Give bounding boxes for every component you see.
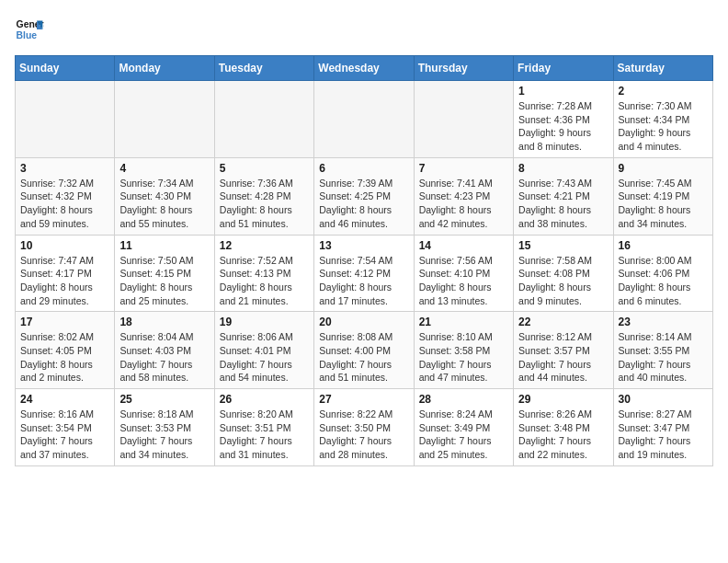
calendar-cell bbox=[314, 81, 414, 158]
calendar-week-4: 17Sunrise: 8:02 AMSunset: 4:05 PMDayligh… bbox=[16, 312, 713, 389]
day-info: Sunrise: 8:22 AMSunset: 3:50 PMDaylight:… bbox=[319, 408, 408, 462]
day-info: Sunrise: 8:26 AMSunset: 3:48 PMDaylight:… bbox=[518, 408, 608, 462]
calendar-cell: 20Sunrise: 8:08 AMSunset: 4:00 PMDayligh… bbox=[314, 312, 414, 389]
day-number: 14 bbox=[419, 239, 508, 252]
logo-icon: General Blue bbox=[15, 15, 44, 44]
day-number: 8 bbox=[518, 162, 608, 175]
day-number: 1 bbox=[518, 85, 608, 98]
calendar-cell: 16Sunrise: 8:00 AMSunset: 4:06 PMDayligh… bbox=[613, 235, 712, 312]
day-number: 22 bbox=[518, 316, 608, 328]
day-info: Sunrise: 8:04 AMSunset: 4:03 PMDaylight:… bbox=[119, 330, 209, 385]
calendar-week-2: 3Sunrise: 7:32 AMSunset: 4:32 PMDaylight… bbox=[16, 157, 713, 235]
weekday-header-friday: Friday bbox=[514, 56, 613, 81]
calendar-cell: 2Sunrise: 7:30 AMSunset: 4:34 PMDaylight… bbox=[613, 81, 712, 158]
calendar-cell: 7Sunrise: 7:41 AMSunset: 4:23 PMDaylight… bbox=[414, 157, 513, 235]
logo: General Blue bbox=[15, 15, 48, 44]
day-info: Sunrise: 8:10 AMSunset: 3:58 PMDaylight:… bbox=[419, 330, 508, 385]
day-number: 25 bbox=[119, 393, 209, 406]
day-number: 26 bbox=[220, 393, 309, 406]
day-number: 15 bbox=[518, 239, 608, 252]
calendar-cell: 11Sunrise: 7:50 AMSunset: 4:15 PMDayligh… bbox=[115, 235, 214, 312]
weekday-header-tuesday: Tuesday bbox=[214, 56, 313, 81]
calendar-cell: 10Sunrise: 7:47 AMSunset: 4:17 PMDayligh… bbox=[16, 235, 115, 312]
calendar-week-3: 10Sunrise: 7:47 AMSunset: 4:17 PMDayligh… bbox=[16, 235, 713, 312]
calendar-cell: 22Sunrise: 8:12 AMSunset: 3:57 PMDayligh… bbox=[514, 312, 613, 389]
day-number: 12 bbox=[220, 239, 309, 252]
day-number: 21 bbox=[419, 316, 508, 328]
day-info: Sunrise: 8:14 AMSunset: 3:55 PMDaylight:… bbox=[619, 330, 708, 385]
calendar-cell: 27Sunrise: 8:22 AMSunset: 3:50 PMDayligh… bbox=[314, 389, 414, 466]
day-number: 23 bbox=[619, 316, 708, 328]
day-number: 9 bbox=[619, 162, 708, 175]
day-number: 3 bbox=[20, 162, 109, 175]
weekday-header-monday: Monday bbox=[115, 56, 214, 81]
day-number: 20 bbox=[319, 316, 408, 328]
calendar-cell: 17Sunrise: 8:02 AMSunset: 4:05 PMDayligh… bbox=[16, 312, 115, 389]
day-number: 5 bbox=[220, 162, 309, 175]
day-info: Sunrise: 8:06 AMSunset: 4:01 PMDaylight:… bbox=[220, 330, 309, 385]
weekday-header-saturday: Saturday bbox=[613, 56, 712, 81]
day-info: Sunrise: 7:32 AMSunset: 4:32 PMDaylight:… bbox=[20, 177, 109, 231]
day-info: Sunrise: 7:50 AMSunset: 4:15 PMDaylight:… bbox=[119, 254, 209, 308]
day-number: 6 bbox=[319, 162, 408, 175]
day-info: Sunrise: 7:54 AMSunset: 4:12 PMDaylight:… bbox=[319, 254, 408, 308]
weekday-header-row: SundayMondayTuesdayWednesdayThursdayFrid… bbox=[16, 56, 713, 81]
day-info: Sunrise: 8:20 AMSunset: 3:51 PMDaylight:… bbox=[220, 408, 309, 462]
day-number: 13 bbox=[319, 239, 408, 252]
day-info: Sunrise: 7:56 AMSunset: 4:10 PMDaylight:… bbox=[419, 254, 508, 308]
day-info: Sunrise: 8:00 AMSunset: 4:06 PMDaylight:… bbox=[619, 254, 708, 308]
calendar-cell: 18Sunrise: 8:04 AMSunset: 4:03 PMDayligh… bbox=[115, 312, 214, 389]
day-info: Sunrise: 8:08 AMSunset: 4:00 PMDaylight:… bbox=[319, 330, 408, 385]
day-info: Sunrise: 7:47 AMSunset: 4:17 PMDaylight:… bbox=[20, 254, 109, 308]
calendar-cell: 25Sunrise: 8:18 AMSunset: 3:53 PMDayligh… bbox=[115, 389, 214, 466]
weekday-header-wednesday: Wednesday bbox=[314, 56, 414, 81]
calendar-cell: 28Sunrise: 8:24 AMSunset: 3:49 PMDayligh… bbox=[414, 389, 513, 466]
day-number: 27 bbox=[319, 393, 408, 406]
day-number: 28 bbox=[419, 393, 508, 406]
day-info: Sunrise: 8:12 AMSunset: 3:57 PMDaylight:… bbox=[518, 330, 608, 385]
day-number: 19 bbox=[220, 316, 309, 328]
calendar-cell bbox=[115, 81, 214, 158]
calendar-cell: 21Sunrise: 8:10 AMSunset: 3:58 PMDayligh… bbox=[414, 312, 513, 389]
day-number: 4 bbox=[119, 162, 209, 175]
day-number: 16 bbox=[619, 239, 708, 252]
calendar-cell: 26Sunrise: 8:20 AMSunset: 3:51 PMDayligh… bbox=[214, 389, 313, 466]
calendar: SundayMondayTuesdayWednesdayThursdayFrid… bbox=[15, 55, 713, 466]
day-number: 18 bbox=[119, 316, 209, 328]
day-info: Sunrise: 8:02 AMSunset: 4:05 PMDaylight:… bbox=[20, 330, 109, 385]
day-info: Sunrise: 8:18 AMSunset: 3:53 PMDaylight:… bbox=[119, 408, 209, 462]
day-info: Sunrise: 7:39 AMSunset: 4:25 PMDaylight:… bbox=[319, 177, 408, 231]
day-info: Sunrise: 7:41 AMSunset: 4:23 PMDaylight:… bbox=[419, 177, 508, 231]
calendar-cell: 5Sunrise: 7:36 AMSunset: 4:28 PMDaylight… bbox=[214, 157, 313, 235]
calendar-week-1: 1Sunrise: 7:28 AMSunset: 4:36 PMDaylight… bbox=[16, 81, 713, 158]
day-info: Sunrise: 8:27 AMSunset: 3:47 PMDaylight:… bbox=[619, 408, 708, 462]
calendar-cell: 1Sunrise: 7:28 AMSunset: 4:36 PMDaylight… bbox=[514, 81, 613, 158]
day-info: Sunrise: 7:34 AMSunset: 4:30 PMDaylight:… bbox=[119, 177, 209, 231]
header: General Blue bbox=[15, 15, 713, 44]
day-number: 17 bbox=[20, 316, 109, 328]
day-info: Sunrise: 7:58 AMSunset: 4:08 PMDaylight:… bbox=[518, 254, 608, 308]
calendar-cell bbox=[414, 81, 513, 158]
day-info: Sunrise: 7:43 AMSunset: 4:21 PMDaylight:… bbox=[518, 177, 608, 231]
day-info: Sunrise: 7:45 AMSunset: 4:19 PMDaylight:… bbox=[619, 177, 708, 231]
day-info: Sunrise: 7:28 AMSunset: 4:36 PMDaylight:… bbox=[518, 99, 608, 154]
calendar-cell bbox=[16, 81, 115, 158]
calendar-cell: 14Sunrise: 7:56 AMSunset: 4:10 PMDayligh… bbox=[414, 235, 513, 312]
calendar-cell: 12Sunrise: 7:52 AMSunset: 4:13 PMDayligh… bbox=[214, 235, 313, 312]
calendar-cell: 8Sunrise: 7:43 AMSunset: 4:21 PMDaylight… bbox=[514, 157, 613, 235]
weekday-header-thursday: Thursday bbox=[414, 56, 513, 81]
calendar-cell: 4Sunrise: 7:34 AMSunset: 4:30 PMDaylight… bbox=[115, 157, 214, 235]
calendar-cell: 24Sunrise: 8:16 AMSunset: 3:54 PMDayligh… bbox=[16, 389, 115, 466]
day-number: 11 bbox=[119, 239, 209, 252]
day-info: Sunrise: 8:16 AMSunset: 3:54 PMDaylight:… bbox=[20, 408, 109, 462]
calendar-cell: 23Sunrise: 8:14 AMSunset: 3:55 PMDayligh… bbox=[613, 312, 712, 389]
day-number: 29 bbox=[518, 393, 608, 406]
day-number: 24 bbox=[20, 393, 109, 406]
calendar-week-5: 24Sunrise: 8:16 AMSunset: 3:54 PMDayligh… bbox=[16, 389, 713, 466]
calendar-cell: 13Sunrise: 7:54 AMSunset: 4:12 PMDayligh… bbox=[314, 235, 414, 312]
day-info: Sunrise: 7:30 AMSunset: 4:34 PMDaylight:… bbox=[619, 99, 708, 154]
calendar-cell: 15Sunrise: 7:58 AMSunset: 4:08 PMDayligh… bbox=[514, 235, 613, 312]
calendar-cell: 30Sunrise: 8:27 AMSunset: 3:47 PMDayligh… bbox=[613, 389, 712, 466]
calendar-cell bbox=[214, 81, 313, 158]
calendar-cell: 19Sunrise: 8:06 AMSunset: 4:01 PMDayligh… bbox=[214, 312, 313, 389]
